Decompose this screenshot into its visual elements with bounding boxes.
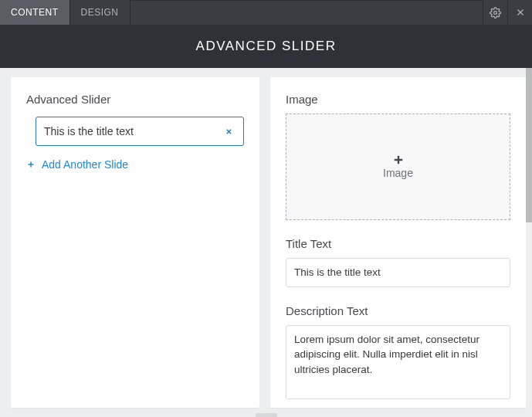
- page-title: ADVANCED SLIDER: [0, 25, 532, 68]
- svg-rect-8: [394, 159, 402, 161]
- add-slide-button[interactable]: Add Another Slide: [26, 158, 128, 171]
- image-field-label: Image: [286, 93, 510, 106]
- close-icon: [515, 7, 526, 18]
- remove-slide-button[interactable]: [222, 127, 236, 136]
- scrollbar-track[interactable]: [526, 68, 532, 417]
- svg-point-0: [494, 11, 497, 14]
- tabs: CONTENT DESIGN: [0, 0, 130, 25]
- x-icon: [225, 127, 233, 136]
- top-bar: CONTENT DESIGN: [0, 0, 532, 25]
- resize-grip[interactable]: [256, 413, 277, 417]
- slide-item[interactable]: This is the title text: [26, 117, 244, 146]
- add-slide-label: Add Another Slide: [42, 158, 128, 171]
- image-upload-area[interactable]: Image: [286, 114, 510, 220]
- description-text-input[interactable]: [286, 325, 510, 399]
- slides-panel-title: Advanced Slider: [26, 93, 244, 106]
- image-drop-label: Image: [383, 167, 413, 179]
- gear-icon: [490, 7, 501, 19]
- tab-content[interactable]: CONTENT: [0, 0, 70, 25]
- slides-panel: Advanced Slider This is the title text: [11, 77, 259, 408]
- description-field-label: Description Text: [286, 304, 510, 317]
- plus-icon: [26, 160, 36, 169]
- settings-button[interactable]: [483, 0, 507, 25]
- title-text-input[interactable]: [286, 258, 510, 287]
- slide-title-field[interactable]: This is the title text: [36, 117, 244, 146]
- scrollbar-thumb[interactable]: [526, 68, 532, 222]
- title-field-label: Title Text: [286, 237, 510, 250]
- slide-title-text: This is the title text: [44, 125, 222, 137]
- close-button[interactable]: [507, 0, 532, 25]
- tab-design[interactable]: DESIGN: [70, 0, 130, 25]
- plus-icon: [393, 154, 404, 165]
- slide-editor-panel: Image Image Title Text Description Text: [270, 77, 526, 408]
